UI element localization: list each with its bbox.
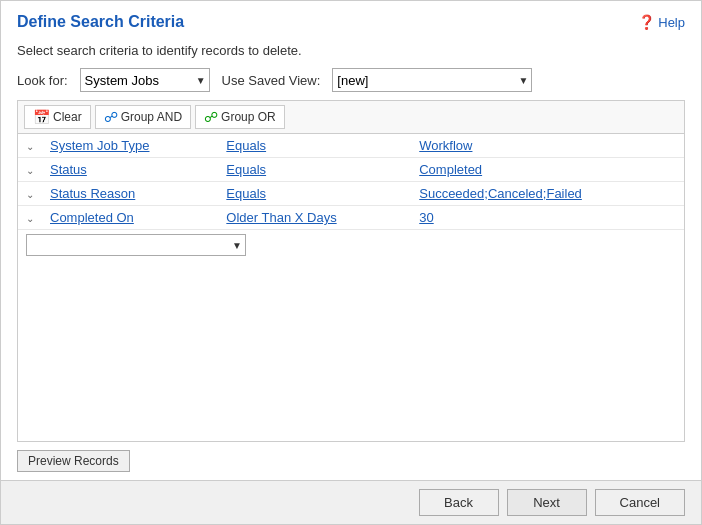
help-icon: ❓	[638, 14, 655, 30]
chevron-cell: ⌄	[18, 206, 42, 230]
group-or-icon: ☍	[204, 109, 218, 125]
operator-cell: Equals	[218, 182, 411, 206]
table-row: ⌄ Completed On Older Than X Days 30	[18, 206, 684, 230]
value-link[interactable]: Workflow	[419, 138, 472, 153]
look-for-select-wrapper: System Jobs ▼	[80, 68, 210, 92]
table-row: ⌄ Status Reason Equals Succeeded;Cancele…	[18, 182, 684, 206]
group-or-label: Group OR	[221, 110, 276, 124]
look-for-row: Look for: System Jobs ▼ Use Saved View: …	[17, 68, 685, 92]
value-link[interactable]: Succeeded;Canceled;Failed	[419, 186, 582, 201]
empty-field-select-wrapper: ▼	[26, 234, 246, 256]
group-and-icon: ☍	[104, 109, 118, 125]
group-and-label: Group AND	[121, 110, 182, 124]
next-button[interactable]: Next	[507, 489, 587, 516]
field-cell: Status Reason	[42, 182, 218, 206]
page-title: Define Search Criteria	[17, 13, 184, 31]
main-content: Look for: System Jobs ▼ Use Saved View: …	[1, 68, 701, 442]
chevron-icon[interactable]: ⌄	[26, 213, 34, 224]
header: Define Search Criteria ❓ Help	[1, 1, 701, 39]
field-cell: System Job Type	[42, 134, 218, 158]
saved-view-select[interactable]: [new]	[332, 68, 532, 92]
operator-link[interactable]: Equals	[226, 138, 266, 153]
chevron-cell: ⌄	[18, 134, 42, 158]
back-button[interactable]: Back	[419, 489, 499, 516]
value-cell: Workflow	[411, 134, 684, 158]
operator-link[interactable]: Equals	[226, 162, 266, 177]
subtitle: Select search criteria to identify recor…	[1, 39, 701, 68]
field-link[interactable]: Status Reason	[50, 186, 135, 201]
criteria-table-container: ⌄ System Job Type Equals Workflow ⌄ Stat…	[17, 133, 685, 442]
group-or-button[interactable]: ☍ Group OR	[195, 105, 285, 129]
toolbar: 📅 Clear ☍ Group AND ☍ Group OR	[17, 100, 685, 133]
saved-view-select-wrapper: [new] ▼	[332, 68, 532, 92]
clear-label: Clear	[53, 110, 82, 124]
page-wrapper: Define Search Criteria ❓ Help Select sea…	[0, 0, 702, 525]
value-cell: Completed	[411, 158, 684, 182]
value-link[interactable]: Completed	[419, 162, 482, 177]
chevron-icon[interactable]: ⌄	[26, 165, 34, 176]
group-and-button[interactable]: ☍ Group AND	[95, 105, 191, 129]
table-row: ⌄ System Job Type Equals Workflow	[18, 134, 684, 158]
field-link[interactable]: Completed On	[50, 210, 134, 225]
clear-button[interactable]: 📅 Clear	[24, 105, 91, 129]
value-cell: 30	[411, 206, 684, 230]
empty-field-select[interactable]	[26, 234, 246, 256]
field-cell: Completed On	[42, 206, 218, 230]
operator-link[interactable]: Equals	[226, 186, 266, 201]
operator-cell: Equals	[218, 158, 411, 182]
chevron-cell: ⌄	[18, 182, 42, 206]
operator-cell: Older Than X Days	[218, 206, 411, 230]
operator-link[interactable]: Older Than X Days	[226, 210, 336, 225]
footer-area: Preview Records	[1, 442, 701, 480]
operator-cell: Equals	[218, 134, 411, 158]
field-link[interactable]: Status	[50, 162, 87, 177]
look-for-select[interactable]: System Jobs	[80, 68, 210, 92]
value-link[interactable]: 30	[419, 210, 433, 225]
empty-row: ▼	[18, 229, 684, 260]
chevron-icon[interactable]: ⌄	[26, 189, 34, 200]
help-link[interactable]: ❓ Help	[638, 14, 685, 30]
preview-records-button[interactable]: Preview Records	[17, 450, 130, 472]
help-label: Help	[658, 15, 685, 30]
chevron-icon[interactable]: ⌄	[26, 141, 34, 152]
field-link[interactable]: System Job Type	[50, 138, 149, 153]
clear-icon: 📅	[33, 109, 50, 125]
look-for-label: Look for:	[17, 73, 68, 88]
table-row: ⌄ Status Equals Completed	[18, 158, 684, 182]
cancel-button[interactable]: Cancel	[595, 489, 685, 516]
bottom-bar: Back Next Cancel	[1, 480, 701, 524]
use-saved-view-label: Use Saved View:	[222, 73, 321, 88]
field-cell: Status	[42, 158, 218, 182]
criteria-table: ⌄ System Job Type Equals Workflow ⌄ Stat…	[18, 134, 684, 229]
chevron-cell: ⌄	[18, 158, 42, 182]
value-cell: Succeeded;Canceled;Failed	[411, 182, 684, 206]
